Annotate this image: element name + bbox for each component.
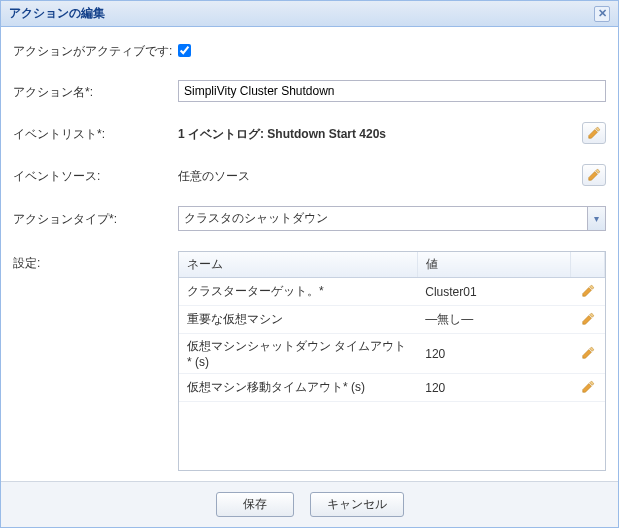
setting-value: 120 — [417, 374, 570, 402]
pencil-icon — [587, 168, 601, 182]
settings-label: 設定: — [13, 251, 178, 272]
actiontype-label: アクションタイプ*: — [13, 209, 178, 228]
table-row[interactable]: クラスターターゲット。* Cluster01 — [179, 278, 605, 306]
pencil-icon — [587, 126, 601, 140]
actiontype-select[interactable]: クラスタのシャットダウン ▾ — [178, 206, 606, 231]
close-icon[interactable]: ✕ — [594, 6, 610, 22]
pencil-icon — [581, 312, 595, 326]
eventlist-value: 1 イベントログ: Shutdown Start 420s — [178, 124, 386, 143]
edit-row-button[interactable] — [579, 378, 597, 396]
chevron-down-icon[interactable]: ▾ — [587, 207, 605, 230]
eventsource-value: 任意のソース — [178, 166, 250, 185]
pencil-icon — [581, 346, 595, 360]
titlebar: アクションの編集 ✕ — [1, 1, 618, 27]
cancel-button[interactable]: キャンセル — [310, 492, 404, 517]
action-name-label: アクション名*: — [13, 82, 178, 101]
dialog-footer: 保存 キャンセル — [1, 481, 618, 527]
setting-name: クラスターターゲット。* — [179, 278, 417, 306]
eventlist-label: イベントリスト*: — [13, 124, 178, 143]
active-label: アクションがアクティブです: — [13, 41, 178, 60]
dialog-body: アクションがアクティブです: アクション名*: イベントリスト*: 1 イベント… — [1, 27, 618, 481]
setting-value: Cluster01 — [417, 278, 570, 306]
eventsource-label: イベントソース: — [13, 166, 178, 185]
edit-eventsource-button[interactable] — [582, 164, 606, 186]
grid-header-name: ネーム — [179, 252, 417, 278]
action-name-input[interactable] — [178, 80, 606, 102]
setting-name: 仮想マシンシャットダウン タイムアウト* (s) — [179, 334, 417, 374]
table-row[interactable]: 仮想マシン移動タイムアウト* (s) 120 — [179, 374, 605, 402]
save-button[interactable]: 保存 — [216, 492, 294, 517]
setting-name: 重要な仮想マシン — [179, 306, 417, 334]
edit-row-button[interactable] — [579, 282, 597, 300]
setting-value: ―無し― — [417, 306, 570, 334]
edit-action-dialog: アクションの編集 ✕ アクションがアクティブです: アクション名*: イベントリ… — [0, 0, 619, 528]
setting-name: 仮想マシン移動タイムアウト* (s) — [179, 374, 417, 402]
dialog-title: アクションの編集 — [9, 5, 594, 22]
grid-header-edit — [571, 252, 605, 278]
active-checkbox[interactable] — [178, 44, 191, 57]
edit-row-button[interactable] — [579, 310, 597, 328]
pencil-icon — [581, 284, 595, 298]
setting-value: 120 — [417, 334, 570, 374]
edit-eventlist-button[interactable] — [582, 122, 606, 144]
settings-grid: ネーム 値 クラスターターゲット。* Cluster01 重要な仮想マシン — [178, 251, 606, 471]
table-row[interactable]: 重要な仮想マシン ―無し― — [179, 306, 605, 334]
edit-row-button[interactable] — [579, 344, 597, 362]
pencil-icon — [581, 380, 595, 394]
grid-header-value: 値 — [417, 252, 570, 278]
table-row[interactable]: 仮想マシンシャットダウン タイムアウト* (s) 120 — [179, 334, 605, 374]
actiontype-value: クラスタのシャットダウン — [179, 207, 587, 230]
